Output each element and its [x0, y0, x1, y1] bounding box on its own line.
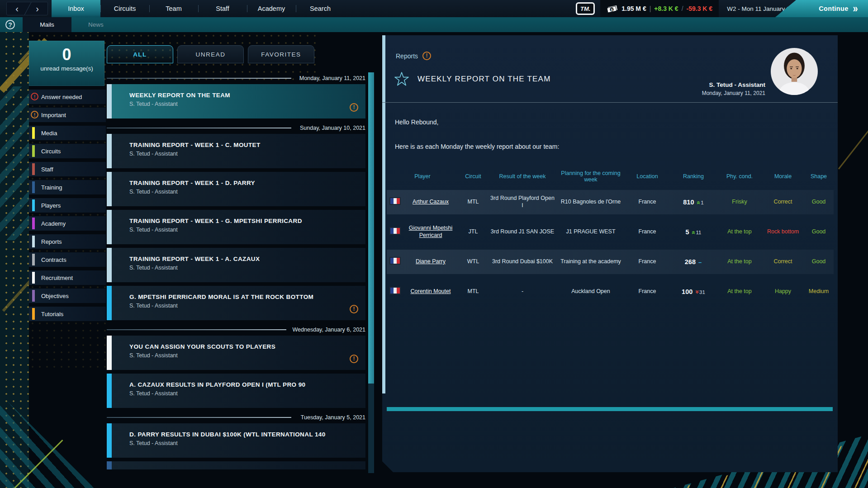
- category-label: Training: [41, 184, 62, 191]
- report-title: WEEKLY REPORT ON THE TEAM: [417, 75, 551, 84]
- sub-tab-mails[interactable]: Mails: [23, 17, 71, 32]
- sidebar-category-players[interactable]: Players: [29, 198, 106, 213]
- tm-logo: TM.: [576, 2, 595, 15]
- sub-bar: ? MailsNews: [0, 17, 868, 32]
- nav-tab-search[interactable]: Search: [296, 0, 345, 17]
- location-cell: France: [625, 196, 670, 208]
- ranking-cell: 5«11: [670, 225, 717, 239]
- nav-tab-inbox[interactable]: Inbox: [52, 0, 100, 17]
- unread-count: 0: [29, 46, 104, 63]
- continue-button[interactable]: Continue »: [775, 0, 868, 17]
- sidebar-category-important[interactable]: !Important: [29, 108, 106, 122]
- table-row: Giovanni Mpetshi PerricardJTL3rd Round J…: [387, 220, 834, 244]
- morale-cell: Correct: [762, 256, 804, 268]
- help-icon[interactable]: ?: [5, 20, 15, 29]
- scrollbar-thumb[interactable]: [368, 72, 374, 384]
- nav-tab-staff[interactable]: Staff: [198, 0, 247, 17]
- sidebar-category-tutorials[interactable]: Tutorials: [29, 307, 106, 321]
- finance-summary: $ 1.95 M € | +8.3 K € / -59.3 K €: [600, 0, 719, 17]
- category-color-bar: [32, 199, 35, 211]
- mail-item[interactable]: YOU CAN ASSIGN YOUR SCOUTS TO PLAYERSS. …: [107, 336, 365, 370]
- column-header-shape: Shape: [804, 173, 834, 180]
- mail-item-sender: S. Tetud - Assistant: [129, 265, 365, 271]
- mail-item[interactable]: TRAINING REPORT - WEEK 1 - D. PARRYS. Te…: [107, 172, 365, 206]
- sidebar-category-recruitment[interactable]: Recruitment: [29, 270, 106, 285]
- column-header-result-of-the-week: Result of the week: [488, 173, 557, 180]
- mail-item[interactable]: A. CAZAUX RESULTS IN PLAYFORD OPEN I (MT…: [107, 374, 365, 408]
- sidebar-category-reports[interactable]: Reports: [29, 234, 106, 249]
- mail-item[interactable]: TRAINING REPORT - WEEK 1 - C. MOUTETS. T…: [107, 134, 365, 168]
- sidebar-category-contracts[interactable]: Contracts: [29, 252, 106, 267]
- important-icon: !: [422, 52, 431, 60]
- player-link[interactable]: Diane Parry: [416, 258, 446, 265]
- mail-sidebar: 0 unread message(s) !Answer needed!Impor…: [29, 32, 106, 488]
- back-button[interactable]: ‹: [7, 3, 27, 14]
- mail-item[interactable]: [107, 461, 365, 469]
- column-header-circuit: Circuit: [458, 173, 488, 180]
- sub-tab-news[interactable]: News: [71, 17, 120, 32]
- circuit-cell: JTL: [458, 226, 488, 238]
- morale-cell: Correct: [762, 196, 804, 208]
- player-link[interactable]: Arthur Cazaux: [413, 199, 449, 205]
- separator-line: [107, 329, 286, 330]
- separator-date: Wednesday, January 6, 2021: [293, 327, 365, 333]
- mail-item[interactable]: G. MPETSHI PERRICARD MORAL IS AT THE ROC…: [107, 286, 365, 320]
- weekly-loss: -59.3 K €: [687, 5, 713, 12]
- main-area: 0 unread message(s) !Answer needed!Impor…: [0, 32, 868, 488]
- date-separator: Sunday, January 10, 2021: [107, 122, 365, 134]
- top-bar: ‹ › InboxCircuitsTeamStaffAcademySearch …: [0, 0, 868, 17]
- category-color-bar: [32, 145, 35, 157]
- ranking-cell: 100«31: [670, 285, 717, 299]
- player-link[interactable]: Giovanni Mpetshi Perricard: [409, 225, 453, 238]
- sidebar-category-training[interactable]: Training: [29, 180, 106, 194]
- ranking-value: 100: [682, 288, 693, 295]
- separator-date: Monday, January 11, 2021: [299, 75, 365, 81]
- nav-tab-academy[interactable]: Academy: [247, 0, 296, 17]
- mail-status-bar: [107, 286, 112, 320]
- nav-tab-team[interactable]: Team: [149, 0, 198, 17]
- mail-item-text: [107, 461, 365, 469]
- nav-tab-circuits[interactable]: Circuits: [100, 0, 149, 17]
- mail-tab-all[interactable]: ALL: [107, 45, 173, 63]
- decor-left-strip: [0, 32, 29, 488]
- category-label: Reports: [41, 238, 62, 245]
- sidebar-category-objectives[interactable]: Objectives: [29, 289, 106, 303]
- category-label: Academy: [41, 220, 66, 227]
- sidebar-category-media[interactable]: Media: [29, 126, 106, 140]
- unread-label: unread message(s): [29, 65, 104, 72]
- separator-date: Tuesday, January 5, 2021: [301, 414, 365, 421]
- sidebar-category-academy[interactable]: Academy: [29, 216, 106, 231]
- mail-tab-unread[interactable]: UNREAD: [177, 45, 244, 63]
- mail-item[interactable]: TRAINING REPORT - WEEK 1 - G. MPETSHI PE…: [107, 210, 365, 244]
- shape-cell: Good: [804, 226, 834, 238]
- sidebar-category-answer-needed[interactable]: !Answer needed: [29, 90, 106, 104]
- result-cell: 3rd Round Playford Open I: [488, 192, 557, 212]
- mail-item[interactable]: WEEKLY REPORT ON THE TEAMS. Tetud - Assi…: [107, 84, 365, 118]
- mail-filter-tabs: ALLUNREADFAVORITES: [107, 45, 314, 63]
- mail-scrollbar[interactable]: [368, 72, 374, 473]
- category-label: Recruitment: [41, 275, 73, 281]
- header-divider: [382, 102, 838, 103]
- player-cell: Diane Parry: [403, 256, 458, 268]
- mail-item[interactable]: TRAINING REPORT - WEEK 1 - A. CAZAUXS. T…: [107, 248, 365, 282]
- favorite-star-icon[interactable]: [394, 71, 409, 87]
- unread-counter: 0 unread message(s): [29, 41, 104, 86]
- main-nav: InboxCircuitsTeamStaffAcademySearch: [52, 0, 345, 17]
- balance-value: 1.95 M €: [621, 5, 646, 12]
- mail-item-title: A. CAZAUX RESULTS IN PLAYFORD OPEN I (MT…: [129, 381, 365, 388]
- sub-nav: MailsNews: [23, 17, 120, 32]
- category-label: Answer needed: [41, 94, 82, 100]
- sidebar-category-staff[interactable]: Staff: [29, 162, 106, 176]
- rank-down-icon: «: [693, 290, 701, 294]
- sidebar-category-circuits[interactable]: Circuits: [29, 144, 106, 158]
- planning-cell: Training at the academy: [557, 256, 625, 268]
- ranking-value: 810: [683, 199, 694, 206]
- player-link[interactable]: Corentin Moutet: [411, 288, 451, 294]
- column-header-ranking: Ranking: [670, 173, 717, 180]
- mail-item[interactable]: D. PARRY RESULTS IN DUBAI $100K (WTL INT…: [107, 423, 365, 458]
- category-label: Staff: [41, 166, 53, 173]
- mail-item-text: G. MPETSHI PERRICARD MORAL IS AT THE ROC…: [107, 286, 365, 309]
- mail-tab-favorites[interactable]: FAVORITES: [248, 45, 314, 63]
- planning-cell: J1 PRAGUE WEST: [557, 226, 625, 238]
- shape-cell: Good: [804, 256, 834, 268]
